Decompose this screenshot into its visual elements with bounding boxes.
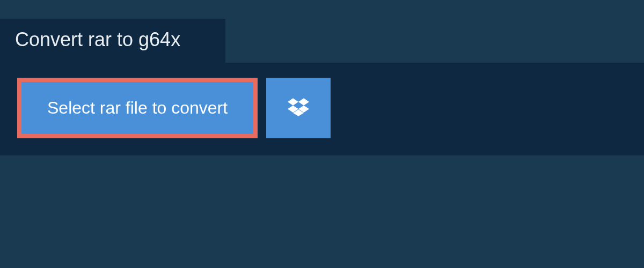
dropbox-icon: [288, 96, 309, 120]
dropbox-button[interactable]: [266, 78, 331, 138]
tab-header[interactable]: Convert rar to g64x: [0, 19, 225, 63]
upload-panel: Select rar file to convert: [0, 63, 644, 155]
page-container: Convert rar to g64x Select rar file to c…: [0, 0, 644, 155]
tab-header-label: Convert rar to g64x: [15, 28, 180, 50]
select-file-button-label: Select rar file to convert: [47, 98, 228, 118]
select-file-button[interactable]: Select rar file to convert: [17, 78, 258, 138]
